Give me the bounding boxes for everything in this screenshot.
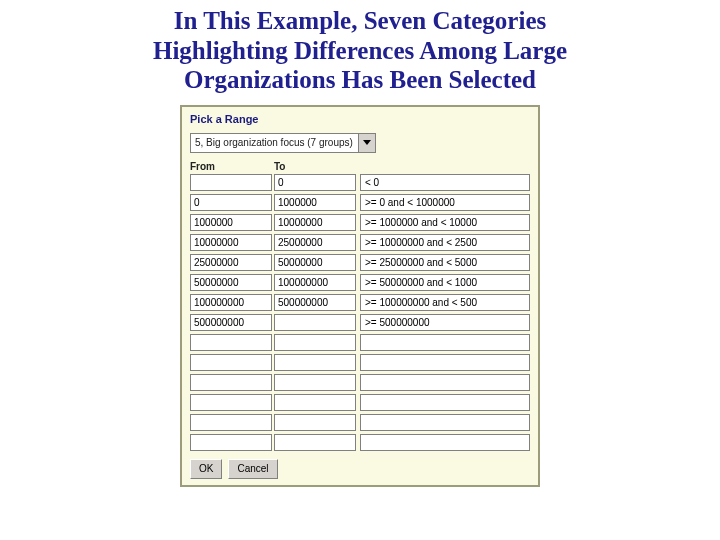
to-input[interactable] bbox=[274, 314, 356, 331]
to-input[interactable] bbox=[274, 254, 356, 271]
table-row bbox=[190, 174, 532, 191]
ok-button[interactable]: OK bbox=[190, 459, 222, 479]
table-row bbox=[190, 434, 532, 451]
table-row bbox=[190, 374, 532, 391]
to-input[interactable] bbox=[274, 334, 356, 351]
range-label-field[interactable] bbox=[360, 354, 530, 371]
range-rows bbox=[190, 174, 532, 451]
range-label-field[interactable] bbox=[360, 414, 530, 431]
to-input[interactable] bbox=[274, 234, 356, 251]
to-input[interactable] bbox=[274, 194, 356, 211]
from-input[interactable] bbox=[190, 414, 272, 431]
range-label-field[interactable] bbox=[360, 294, 530, 311]
range-label-field[interactable] bbox=[360, 174, 530, 191]
range-label-field[interactable] bbox=[360, 374, 530, 391]
range-label-field[interactable] bbox=[360, 194, 530, 211]
from-input[interactable] bbox=[190, 194, 272, 211]
table-row bbox=[190, 254, 532, 271]
from-input[interactable] bbox=[190, 394, 272, 411]
cancel-button[interactable]: Cancel bbox=[228, 459, 277, 479]
slide-title-line-1: In This Example, Seven Categories bbox=[174, 7, 546, 34]
column-header-to: To bbox=[274, 161, 358, 172]
table-row bbox=[190, 294, 532, 311]
from-input[interactable] bbox=[190, 254, 272, 271]
table-row bbox=[190, 234, 532, 251]
range-label-field[interactable] bbox=[360, 234, 530, 251]
button-row: OK Cancel bbox=[190, 459, 532, 479]
to-input[interactable] bbox=[274, 174, 356, 191]
range-label-field[interactable] bbox=[360, 274, 530, 291]
column-headers: From To bbox=[190, 161, 532, 172]
table-row bbox=[190, 214, 532, 231]
to-input[interactable] bbox=[274, 374, 356, 391]
from-input[interactable] bbox=[190, 234, 272, 251]
to-input[interactable] bbox=[274, 274, 356, 291]
from-input[interactable] bbox=[190, 354, 272, 371]
preset-dropdown-value: 5, Big organization focus (7 groups) bbox=[191, 134, 358, 152]
range-label-field[interactable] bbox=[360, 254, 530, 271]
table-row bbox=[190, 354, 532, 371]
from-input[interactable] bbox=[190, 334, 272, 351]
table-row bbox=[190, 194, 532, 211]
column-header-from: From bbox=[190, 161, 274, 172]
from-input[interactable] bbox=[190, 434, 272, 451]
from-input[interactable] bbox=[190, 294, 272, 311]
range-label-field[interactable] bbox=[360, 314, 530, 331]
chevron-down-icon[interactable] bbox=[358, 134, 375, 152]
svg-marker-0 bbox=[363, 140, 371, 145]
from-input[interactable] bbox=[190, 174, 272, 191]
panel-title: Pick a Range bbox=[190, 113, 532, 125]
range-label-field[interactable] bbox=[360, 214, 530, 231]
slide-title: In This Example, Seven Categories Highli… bbox=[0, 0, 720, 105]
slide-title-line-3: Organizations Has Been Selected bbox=[184, 66, 536, 93]
to-input[interactable] bbox=[274, 214, 356, 231]
table-row bbox=[190, 334, 532, 351]
slide-title-line-2: Highlighting Differences Among Large bbox=[153, 37, 567, 64]
table-row bbox=[190, 394, 532, 411]
to-input[interactable] bbox=[274, 354, 356, 371]
table-row bbox=[190, 314, 532, 331]
from-input[interactable] bbox=[190, 314, 272, 331]
to-input[interactable] bbox=[274, 294, 356, 311]
from-input[interactable] bbox=[190, 214, 272, 231]
range-label-field[interactable] bbox=[360, 334, 530, 351]
from-input[interactable] bbox=[190, 274, 272, 291]
range-label-field[interactable] bbox=[360, 394, 530, 411]
from-input[interactable] bbox=[190, 374, 272, 391]
to-input[interactable] bbox=[274, 434, 356, 451]
preset-dropdown[interactable]: 5, Big organization focus (7 groups) bbox=[190, 133, 376, 153]
table-row bbox=[190, 414, 532, 431]
table-row bbox=[190, 274, 532, 291]
range-label-field[interactable] bbox=[360, 434, 530, 451]
to-input[interactable] bbox=[274, 394, 356, 411]
to-input[interactable] bbox=[274, 414, 356, 431]
pick-a-range-panel: Pick a Range 5, Big organization focus (… bbox=[180, 105, 540, 487]
